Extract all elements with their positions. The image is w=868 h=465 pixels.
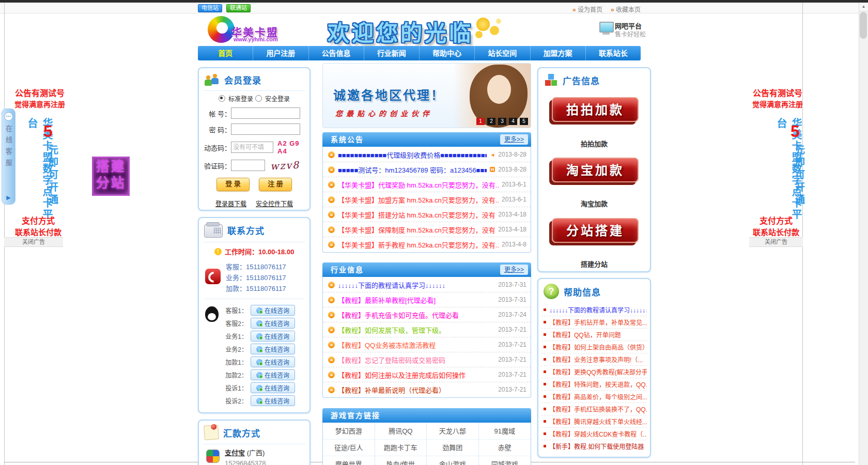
nav-item-1[interactable]: 用户注册 — [253, 46, 308, 60]
online-consult-label: 在线咨询 — [265, 358, 289, 366]
login-button[interactable]: 登 录 — [216, 178, 250, 191]
announcements-more-link[interactable]: 更多>> — [500, 134, 528, 145]
arrow-bullet-icon: » — [328, 342, 335, 348]
help-link-1[interactable]: 【教程】手机钻开单，补单及常见... — [549, 318, 647, 327]
online-consult-button-7[interactable]: 在线咨询 — [251, 395, 295, 406]
help-panel-header: 帮助信息 — [538, 279, 650, 302]
online-consult-button-2[interactable]: 在线咨询 — [251, 331, 295, 342]
help-link-2[interactable]: 【教程】QQ钻，开单问题 — [549, 330, 621, 339]
help-link-6[interactable]: 【教程】特殊问题，按天退款，QQ... — [549, 380, 647, 389]
game-link-5[interactable]: 跑跑卡丁车 — [375, 440, 427, 456]
announcement-link-5[interactable]: 【华美卡盟】保障制度 hm.52ka.cn只要您努力，没有... — [338, 225, 495, 235]
help-row: 【教程】QQ钻，开单问题 — [541, 329, 647, 341]
taobao-recharge-button[interactable]: 淘宝加款 — [552, 158, 639, 182]
captcha-image[interactable]: wzv8 — [270, 159, 300, 172]
paipai-recharge-button[interactable]: 拍拍加款 — [552, 97, 639, 122]
game-link-0[interactable]: 梦幻西游 — [323, 423, 375, 440]
online-consult-button-0[interactable]: 在线咨询 — [251, 305, 295, 316]
password-input[interactable] — [231, 123, 300, 135]
industry-link-2[interactable]: 【教程】手机充值卡如可充值。代理必看 — [338, 310, 495, 320]
announcement-link-1[interactable]: ■■■■■测试号：hm123456789 密码：a123456■■■■■ — [338, 165, 487, 175]
online-service-tab[interactable]: 在线客服 ▶ — [2, 109, 16, 205]
online-consult-button-3[interactable]: 在线咨询 — [251, 344, 295, 354]
unicom-site-button[interactable]: 联通站 — [226, 4, 251, 12]
game-link-7[interactable]: 赤壁 — [479, 440, 531, 456]
industry-more-link[interactable]: 更多>> — [500, 265, 528, 275]
password-label: 密 码： — [199, 125, 231, 134]
help-link-7[interactable]: 【教程】商品差价，每个级别之间... — [549, 392, 647, 401]
game-link-8[interactable]: 魔兽世界 — [323, 456, 375, 465]
nav-item-6[interactable]: 加盟方案 — [531, 46, 586, 60]
industry-link-6[interactable]: 【教程】如何注册以及注册完成后如何操作 — [338, 370, 495, 380]
register-button[interactable]: 注 册 — [259, 178, 292, 191]
scrollbar[interactable]: ▲ — [859, 3, 868, 465]
industry-link-7[interactable]: 【教程】补单最新说明（代理必看） — [338, 385, 495, 395]
help-link-4[interactable]: 【教程】业务注意事项及声明!（... — [549, 355, 643, 364]
banner-page-4[interactable]: 4 — [509, 118, 517, 125]
game-link-9[interactable]: 热血/传世 — [375, 456, 427, 465]
banner-page-2[interactable]: 2 — [487, 118, 495, 125]
help-link-11[interactable]: 【新手】教程.如何下载使用登陆器 — [549, 442, 644, 451]
nav-item-3[interactable]: 行业新闻 — [364, 46, 420, 60]
substation-badge-ad[interactable]: 搭建 分站 — [92, 157, 130, 196]
qq-contact-row: 业务1：在线咨询 — [223, 330, 309, 343]
right-close-ad-link[interactable]: 关闭广告 — [749, 237, 803, 247]
online-consult-button-1[interactable]: 在线咨询 — [251, 318, 295, 329]
telecom-site-button[interactable]: 电信站 — [198, 4, 222, 12]
help-link-8[interactable]: 【教程】手机红钻换装换不了，QQ... — [549, 405, 647, 413]
banner-page-5[interactable]: 5 — [520, 118, 528, 125]
standard-login-radio[interactable] — [219, 95, 225, 102]
captcha-input[interactable] — [231, 160, 265, 171]
announcement-link-4[interactable]: 【华美卡盟】搭建分站 hm.52ka.cn只要您努力，没有... — [338, 210, 495, 220]
industry-link-0[interactable]: ↓↓↓↓↓↓下面的教程请认真学习↓↓↓↓↓↓ — [338, 280, 495, 290]
bookmark-link[interactable]: 收藏本页 — [611, 5, 641, 13]
game-link-3[interactable]: 91魔域 — [479, 423, 531, 440]
banner-page-1[interactable]: 1 — [476, 118, 485, 125]
scroll-up-icon[interactable]: ▲ — [859, 3, 868, 11]
scroll-thumb[interactable] — [860, 12, 867, 39]
utility-bar: 电信站 联通站 设为首页 收藏本页 — [0, 3, 868, 13]
game-link-2[interactable]: 天龙八部 — [427, 423, 479, 440]
industry-link-5[interactable]: 【教程】忘记了登陆密码或交易密码 — [338, 355, 495, 365]
help-link-0[interactable]: ↓↓↓↓↓↓下面的教程请认真学习↓↓↓↓↓↓ — [549, 305, 647, 314]
control-download-link[interactable]: 安全控件下载 — [256, 199, 293, 208]
client-download-link[interactable]: 登录器下载 — [215, 199, 246, 208]
promo-banner[interactable]: 诚邀各地区代理！ 您最贴心的创业伙伴 12345 — [322, 63, 531, 128]
game-link-6[interactable]: 劲舞团 — [427, 440, 479, 456]
help-link-5[interactable]: 【教程】更换QQ秀教程(解决部分手... — [549, 367, 647, 376]
banner-page-3[interactable]: 3 — [498, 118, 506, 125]
industry-link-4[interactable]: 【教程】QQ业务被冻结激活教程 — [338, 340, 495, 350]
help-link-3[interactable]: 【教程】如何上架自由商品（供货） — [549, 343, 647, 351]
announcement-link-2[interactable]: 【华美卡盟】代理奖励 hm.52ka.cn只要您努力，没有... — [338, 180, 499, 190]
account-input[interactable] — [231, 107, 300, 119]
remit-method[interactable]: 支付宝 — [225, 449, 245, 457]
left-close-ad-link[interactable]: 关闭广告 — [4, 237, 63, 247]
announcement-link-3[interactable]: 【华美卡盟】加盟方案 hm.52ka.cn只要您努力，没有... — [338, 195, 499, 205]
substation-build-button[interactable]: 分站搭建 — [552, 218, 639, 243]
game-link-11[interactable]: 同城游戏 — [479, 456, 531, 465]
nav-item-5[interactable]: 站长空间 — [475, 46, 530, 60]
secure-login-radio[interactable] — [255, 95, 262, 102]
online-consult-button-4[interactable]: 在线咨询 — [251, 357, 295, 367]
dynamic-code-input[interactable] — [231, 142, 273, 153]
game-link-10[interactable]: 金山游戏 — [427, 456, 479, 465]
announcement-link-0[interactable]: ■■■■■■■■■■■■代理级别收费价格■■■■■■■■■■■■... — [338, 150, 487, 160]
nav-item-2[interactable]: 公告信息 — [309, 46, 364, 60]
announcement-date: 2013-6-1 — [502, 196, 526, 203]
expand-arrow-icon[interactable]: ▶ — [6, 194, 10, 201]
nav-item-4[interactable]: 帮助中心 — [420, 46, 475, 60]
help-row: 【新手】教程.如何下载使用登陆器 — [541, 440, 647, 452]
help-link-10[interactable]: 【教程】穿越火线CDK查卡教程（... — [549, 429, 647, 438]
industry-link-1[interactable]: 【教程】最新补单教程[代理必看] — [338, 295, 495, 305]
nav-item-0[interactable]: 首页 — [198, 46, 253, 60]
online-consult-button-6[interactable]: 在线咨询 — [251, 382, 295, 393]
arrow-bullet-icon: » — [328, 226, 335, 233]
set-home-link[interactable]: 设为首页 — [572, 5, 602, 13]
announcement-link-6[interactable]: 【华美卡盟】新手教程 hm.52ka.cn只要您努力，没有... — [338, 240, 499, 250]
game-link-4[interactable]: 征途/巨人 — [323, 440, 375, 456]
help-link-9[interactable]: 【教程】腾讯穿越火线下单火线经... — [549, 417, 647, 426]
game-link-1[interactable]: 腾讯QQ — [375, 423, 427, 440]
online-consult-button-5[interactable]: 在线咨询 — [251, 369, 295, 380]
industry-link-3[interactable]: 【教程】如何发展下级，管理下级。 — [338, 325, 495, 335]
nav-item-7[interactable]: 联系站长 — [586, 46, 641, 60]
